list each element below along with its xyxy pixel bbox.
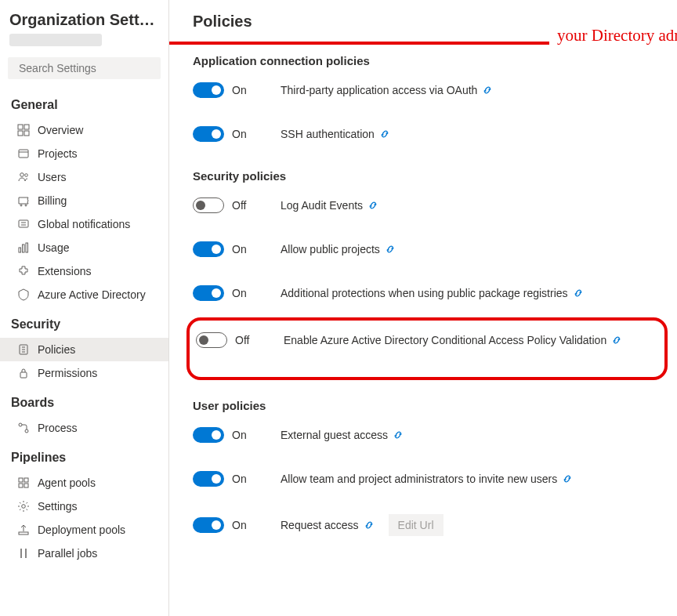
policy-row: OffEnable Azure Active Directory Conditi… [196, 332, 658, 349]
policy-row: OnSSH authentication [193, 125, 661, 143]
policy-row: OffLog Audit Events [193, 197, 661, 214]
permissions-icon [17, 367, 30, 379]
policy-description: Allow public projects [281, 243, 396, 255]
toggle-state-label: On [232, 519, 247, 531]
sidebar-item-label: Policies [38, 343, 75, 356]
toggle-state-label: On [232, 287, 247, 299]
toggle-state-label: Off [235, 334, 249, 346]
billing-icon [17, 194, 30, 207]
sidebar-item-billing[interactable]: Billing [0, 189, 168, 212]
page-title: Policies [193, 13, 661, 31]
sidebar: Organization Settin... GeneralOverviewPr… [0, 0, 169, 616]
info-link-icon[interactable] [562, 473, 573, 484]
policy-row: OnAllow team and project administrators … [193, 470, 661, 487]
sidebar-item-label: Global notifications [38, 218, 130, 230]
policy-description: Log Audit Events [281, 199, 378, 212]
toggle[interactable] [193, 126, 224, 142]
sidebar-item-permissions[interactable]: Permissions [0, 361, 168, 385]
policies-icon [17, 343, 30, 356]
policy-description: External guest access [281, 429, 404, 441]
policy-description: Third-party application access via OAuth [281, 84, 493, 96]
toggle[interactable] [196, 332, 227, 348]
sidebar-item-global-notifications[interactable]: Global notifications [0, 212, 168, 236]
info-link-icon[interactable] [573, 288, 584, 299]
info-link-icon[interactable] [482, 85, 493, 96]
toggle[interactable] [193, 517, 224, 533]
sidebar-item-label: Users [38, 171, 67, 183]
policy-row: OnExternal guest access [193, 426, 661, 444]
toggle-state-label: On [232, 473, 247, 485]
policy-group-title: User policies [193, 399, 661, 412]
toggle[interactable] [193, 471, 224, 487]
sidebar-item-label: Azure Active Directory [38, 288, 146, 301]
info-link-icon[interactable] [611, 335, 622, 346]
toggle[interactable] [193, 427, 224, 443]
sidebar-item-label: Projects [38, 147, 78, 160]
sidebar-item-agent-pools[interactable]: Agent pools [0, 471, 168, 495]
sidebar-item-label: Overview [38, 124, 83, 136]
overview-icon [17, 124, 30, 136]
sidebar-item-users[interactable]: Users [0, 165, 168, 189]
toggle-state-label: On [232, 84, 247, 96]
info-link-icon[interactable] [364, 520, 375, 531]
sidebar-item-label: Agent pools [38, 476, 96, 489]
extensions-icon [17, 265, 30, 277]
nav-section-label: Boards [0, 385, 168, 416]
sidebar-item-usage[interactable]: Usage [0, 236, 168, 259]
notifications-icon [17, 218, 30, 230]
info-link-icon[interactable] [379, 129, 390, 140]
sidebar-item-projects[interactable]: Projects [0, 142, 168, 165]
toggle[interactable] [193, 241, 224, 257]
toggle-state-label: Off [232, 199, 246, 212]
sidebar-item-process[interactable]: Process [0, 416, 168, 440]
toggle[interactable] [193, 197, 224, 213]
deployment-icon [17, 524, 30, 536]
sidebar-item-parallel-jobs[interactable]: Parallel jobs [0, 542, 168, 565]
aad-icon [17, 288, 30, 301]
nav-section-label: General [0, 87, 168, 118]
toggle-state-label: On [232, 429, 247, 441]
policy-row: OnThird-party application access via OAu… [193, 82, 661, 99]
sidebar-item-extensions[interactable]: Extensions [0, 259, 168, 283]
nav-section-label: Pipelines [0, 440, 168, 471]
sidebar-item-azure-active-directory[interactable]: Azure Active Directory [0, 283, 168, 306]
policy-group-title: Security policies [193, 169, 661, 183]
policy-description: Enable Azure Active Directory Conditiona… [284, 334, 622, 346]
users-icon [17, 171, 30, 183]
sidebar-item-label: Deployment pools [38, 524, 125, 536]
info-link-icon[interactable] [367, 200, 378, 211]
sidebar-item-label: Billing [38, 194, 67, 207]
toggle[interactable] [193, 82, 224, 98]
sidebar-item-label: Parallel jobs [38, 547, 97, 560]
toggle-state-label: On [232, 243, 247, 255]
agentpools-icon [17, 476, 30, 489]
edit-url-button[interactable]: Edit Url [389, 514, 443, 536]
sidebar-item-settings[interactable]: Settings [0, 495, 168, 518]
sidebar-item-label: Permissions [38, 367, 97, 379]
nav: GeneralOverviewProjectsUsersBillingGloba… [0, 87, 168, 616]
settings-icon [17, 500, 30, 513]
policy-description: Additional protections when using public… [281, 287, 584, 299]
info-link-icon[interactable] [385, 244, 396, 255]
org-name-blurred [9, 34, 102, 46]
sidebar-item-policies[interactable]: Policies [0, 338, 168, 361]
sidebar-title: Organization Settin... [0, 11, 168, 34]
highlight-box: OffEnable Azure Active Directory Conditi… [186, 317, 668, 380]
process-icon [17, 422, 30, 434]
sidebar-item-deployment-pools[interactable]: Deployment pools [0, 518, 168, 542]
info-link-icon[interactable] [393, 429, 404, 440]
policy-row: OnAllow public projects [193, 241, 661, 258]
sidebar-item-overview[interactable]: Overview [0, 118, 168, 142]
sidebar-item-label: Settings [38, 500, 78, 513]
usage-icon [17, 241, 30, 254]
main: Policies your Directory administrator Ap… [169, 0, 677, 616]
toggle-state-label: On [232, 128, 247, 140]
parallel-icon [17, 547, 30, 560]
policy-description: Allow team and project administrators to… [281, 473, 573, 485]
sidebar-item-label: Process [38, 422, 78, 434]
search-settings[interactable] [8, 57, 161, 79]
toggle[interactable] [193, 285, 224, 301]
search-input[interactable] [19, 62, 156, 74]
sidebar-item-label: Extensions [38, 265, 91, 277]
policy-group-title: Application connection policies [193, 54, 661, 67]
